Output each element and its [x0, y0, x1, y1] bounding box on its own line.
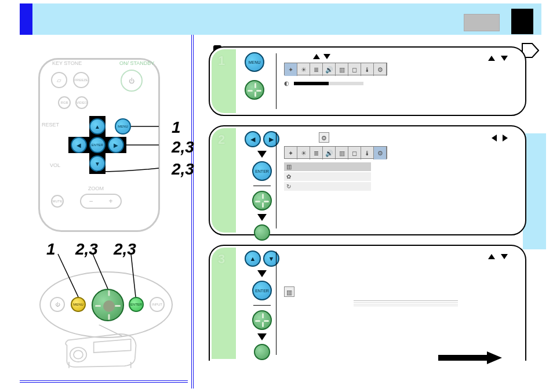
callout-2: 2,3 — [172, 138, 194, 157]
svg-point-1 — [74, 350, 83, 358]
step1-menu-strip: ✦ ☀ ≣ 🔊 ▥ ◻ 🌡 ⚙ — [284, 63, 387, 75]
step3-confirm-disc[interactable] — [254, 344, 270, 360]
svg-point-0 — [70, 347, 86, 362]
down-arrow-icon — [257, 214, 267, 221]
left-bottom-rule — [20, 380, 188, 383]
step3-updown-icon — [488, 254, 508, 259]
remote-control-illustration: KEY STONE ON/ STANDBY ▱ FREEZE ⏻ RGB VID… — [38, 58, 160, 232]
panel-leader-lines — [39, 254, 173, 300]
step3-row-icon: ▥ — [284, 286, 294, 297]
step2-target-tab-icon: ⚙ — [319, 132, 329, 143]
column-divider — [191, 35, 194, 389]
step3-enter-button[interactable]: ENTER — [252, 281, 272, 300]
callout-3: 2,3 — [172, 160, 194, 179]
step-2-number: 2 — [218, 132, 225, 147]
step-1-box: 1 MENU ✦ ☀ ≣ 🔊 ▥ ◻ 🌡 — [209, 46, 526, 116]
step2-leftright-icon — [492, 135, 508, 141]
step1-menu-button[interactable]: MENU — [245, 52, 264, 72]
step2-left-button[interactable]: ◀ — [245, 131, 261, 147]
step2-confirm-disc[interactable] — [254, 224, 270, 241]
continued-arrow-icon — [438, 351, 502, 364]
projector-illustration — [58, 325, 145, 371]
step2-enter-button[interactable]: ENTER — [252, 161, 272, 181]
step3-enter-disc[interactable] — [252, 310, 272, 330]
callout-1: 1 — [172, 118, 181, 137]
step3-down-button[interactable]: ▼ — [263, 251, 279, 267]
page-tab-gray — [464, 14, 500, 31]
step1-updown-icon — [488, 56, 508, 61]
step-2-box: 2 ◀ ▶ ENTER ⚙ ✦ ☀ — [209, 125, 526, 235]
step2-right-button[interactable]: ▶ — [263, 131, 279, 147]
top-blue-square — [20, 3, 32, 35]
down-arrow-icon — [257, 270, 267, 277]
step-3-box: 3 ▲ ▼ ENTER ▥ — [209, 245, 526, 361]
step2-enter-disc[interactable] — [252, 191, 272, 210]
step2-submenu-list: ▥ ✿ ↻ — [284, 162, 519, 191]
step1-enter-disc[interactable] — [245, 80, 264, 100]
page-tab-black — [511, 9, 533, 34]
remote-leader-lines — [38, 58, 189, 232]
step-1-number: 1 — [218, 53, 225, 68]
step3-options — [354, 300, 458, 307]
top-color-bar — [20, 3, 541, 35]
down-arrow-icon — [257, 151, 267, 158]
step1-slider: ◐ — [284, 80, 519, 86]
down-arrow-icon — [257, 333, 267, 340]
step2-menu-strip: ✦ ☀ ≣ 🔊 ▥ ◻ 🌡 ⚙ — [284, 146, 387, 159]
step3-up-button[interactable]: ▲ — [245, 251, 261, 267]
step-3-number: 3 — [218, 252, 225, 267]
